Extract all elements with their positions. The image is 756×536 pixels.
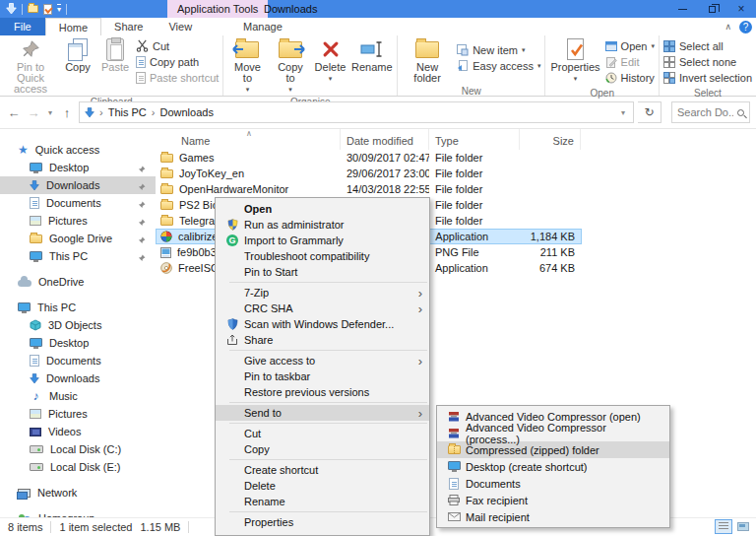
- sidebar-item-local-disk-c[interactable]: Local Disk (C:): [0, 440, 156, 458]
- sidebar-item-network[interactable]: Network: [0, 484, 156, 502]
- new-item-button[interactable]: New item▾: [457, 42, 540, 57]
- breadcrumb[interactable]: › This PC › Downloads ▾: [79, 101, 634, 123]
- easy-access-button[interactable]: Easy access▾: [457, 58, 540, 73]
- column-header-date-modified[interactable]: Date modified: [341, 129, 429, 150]
- details-view-button[interactable]: [715, 519, 732, 534]
- menu-item-create-shortcut[interactable]: Create shortcut: [216, 462, 429, 478]
- minimize-button[interactable]: [667, 0, 697, 18]
- menu-item-cut[interactable]: Cut: [216, 426, 429, 441]
- recent-locations-icon[interactable]: ▾: [45, 108, 55, 117]
- cut-button[interactable]: Cut: [136, 38, 219, 53]
- sidebar-item-documents[interactable]: Documents: [0, 352, 156, 369]
- up-icon[interactable]: ↑: [59, 105, 75, 120]
- menu-item-scan-with-windows-defender[interactable]: Scan with Windows Defender...: [216, 316, 429, 332]
- new-folder-button[interactable]: New folder: [400, 36, 455, 85]
- help-icon[interactable]: ?: [739, 21, 752, 34]
- submenu-item-fax-recipient[interactable]: Fax recipient: [437, 492, 669, 508]
- sidebar-item-documents-qa[interactable]: Documents: [0, 194, 156, 212]
- paste-button[interactable]: Paste: [96, 36, 134, 74]
- sidebar-item-this-pc-qa[interactable]: This PC: [0, 247, 156, 265]
- menu-item-send-to[interactable]: Send to ›: [216, 405, 429, 421]
- sidebar-item-desktop[interactable]: Desktop: [0, 334, 156, 352]
- close-icon: ×: [737, 2, 744, 16]
- menu-item-run-as-administrator[interactable]: Run as administrator: [216, 217, 429, 233]
- tab-share[interactable]: Share: [101, 18, 156, 35]
- qat-folder-icon[interactable]: [28, 5, 38, 13]
- sidebar-item-downloads[interactable]: Downloads: [0, 369, 156, 387]
- menu-item-open[interactable]: Open: [216, 201, 429, 217]
- menu-item-give-access-to[interactable]: Give access to ›: [216, 353, 429, 368]
- qat-properties-icon[interactable]: [43, 4, 52, 15]
- rename-button[interactable]: Rename: [349, 36, 396, 74]
- edit-button[interactable]: Edit: [605, 54, 655, 69]
- pushpin-icon: [21, 37, 40, 61]
- file-row[interactable]: JoyToKey_en 29/06/2017 23:00 File folder: [156, 166, 582, 181]
- invert-selection-button[interactable]: Invert selection: [663, 70, 752, 85]
- menu-item-share[interactable]: Share: [216, 332, 429, 348]
- sidebar-item-videos[interactable]: Videos: [0, 423, 156, 440]
- refresh-button[interactable]: ↻: [638, 101, 662, 123]
- sidebar-item-this-pc[interactable]: This PC: [0, 299, 156, 316]
- address-dropdown-icon[interactable]: ▾: [618, 108, 628, 117]
- open-button[interactable]: Open▾: [605, 38, 655, 53]
- submenu-item-desktop-create-shortcut[interactable]: Desktop (create shortcut): [437, 458, 669, 475]
- menu-item-troubleshoot-compatibility[interactable]: Troubleshoot compatibility: [216, 248, 429, 264]
- sidebar-item-quick-access[interactable]: ★ Quick access: [0, 141, 156, 159]
- tab-manage[interactable]: Manage: [230, 18, 295, 35]
- delete-button[interactable]: Delete▾: [312, 36, 349, 85]
- menu-item-restore-previous-versions[interactable]: Restore previous versions: [216, 384, 429, 400]
- sidebar-item-3d-objects[interactable]: 3D Objects: [0, 316, 156, 334]
- breadcrumb-separator: ›: [99, 106, 103, 118]
- thumbnail-view-button[interactable]: [734, 519, 752, 534]
- copy-button[interactable]: Copy: [59, 36, 96, 74]
- paste-shortcut-button[interactable]: Paste shortcut: [136, 70, 219, 85]
- menu-item-properties[interactable]: Properties: [216, 514, 429, 530]
- sidebar-item-homegroup[interactable]: Homegroup: [0, 509, 156, 517]
- restore-button[interactable]: [697, 0, 726, 18]
- sidebar-item-onedrive[interactable]: OneDrive: [0, 273, 156, 291]
- sidebar-item-downloads-qa[interactable]: Downloads: [0, 176, 156, 194]
- forward-icon[interactable]: →: [26, 105, 41, 120]
- collapse-ribbon-icon[interactable]: ∧: [724, 22, 731, 32]
- sidebar-item-desktop-qa[interactable]: Desktop: [0, 159, 156, 176]
- tab-view[interactable]: View: [156, 18, 205, 35]
- menu-item-delete[interactable]: Delete: [216, 478, 429, 494]
- select-none-button[interactable]: Select none: [663, 54, 752, 69]
- submenu-item-mail-recipient[interactable]: Mail recipient: [437, 508, 669, 525]
- menu-item-crc-sha[interactable]: CRC SHA ›: [216, 301, 429, 316]
- menu-item-7-zip[interactable]: 7-Zip ›: [216, 285, 429, 301]
- history-button[interactable]: History: [605, 70, 655, 85]
- select-all-button[interactable]: Select all: [663, 38, 752, 53]
- close-button[interactable]: ×: [726, 0, 756, 18]
- submenu-item-documents[interactable]: Documents: [437, 475, 669, 492]
- copy-path-button[interactable]: Copy path: [136, 54, 219, 69]
- menu-item-import-to-grammarly[interactable]: G Import to Grammarly: [216, 233, 429, 248]
- qat-customize-icon[interactable]: ▾: [57, 4, 61, 14]
- column-header-type[interactable]: Type: [429, 129, 520, 150]
- sidebar-item-local-disk-e[interactable]: Local Disk (E:): [0, 458, 156, 476]
- breadcrumb-this-pc[interactable]: This PC: [108, 106, 147, 118]
- folder-icon: [160, 185, 173, 194]
- submenu-item-avc-process[interactable]: Advanced Video Compressor (process...): [437, 425, 669, 441]
- tab-home[interactable]: Home: [45, 18, 101, 35]
- properties-button[interactable]: Properties▾: [547, 36, 602, 85]
- sidebar-item-pictures-qa[interactable]: Pictures: [0, 212, 156, 230]
- back-icon[interactable]: ←: [6, 105, 22, 120]
- menu-item-pin-to-start[interactable]: Pin to Start: [216, 264, 429, 280]
- pin-to-quick-access-button[interactable]: Pin to Quick access: [2, 36, 59, 96]
- tab-file[interactable]: File: [0, 18, 45, 35]
- search-input[interactable]: Search Do...: [671, 101, 750, 123]
- move-to-button[interactable]: Move to▾: [225, 36, 269, 96]
- file-row[interactable]: OpenHardwareMonitor 14/03/2018 22:55 Fil…: [156, 181, 582, 197]
- sidebar-item-music[interactable]: ♪ Music: [0, 387, 156, 405]
- column-header-name[interactable]: Name: [156, 129, 341, 150]
- column-header-size[interactable]: Size: [520, 129, 581, 150]
- sidebar-item-pictures[interactable]: Pictures: [0, 405, 156, 423]
- copy-to-button[interactable]: Copy to▾: [270, 36, 312, 96]
- menu-item-copy[interactable]: Copy: [216, 441, 429, 457]
- breadcrumb-current[interactable]: Downloads: [159, 106, 213, 118]
- menu-item-pin-to-taskbar[interactable]: Pin to taskbar: [216, 368, 429, 384]
- menu-item-rename[interactable]: Rename: [216, 494, 429, 509]
- sidebar-item-google-drive[interactable]: Google Drive: [0, 230, 156, 247]
- file-row[interactable]: Games 30/09/2017 02:47 File folder: [156, 150, 582, 166]
